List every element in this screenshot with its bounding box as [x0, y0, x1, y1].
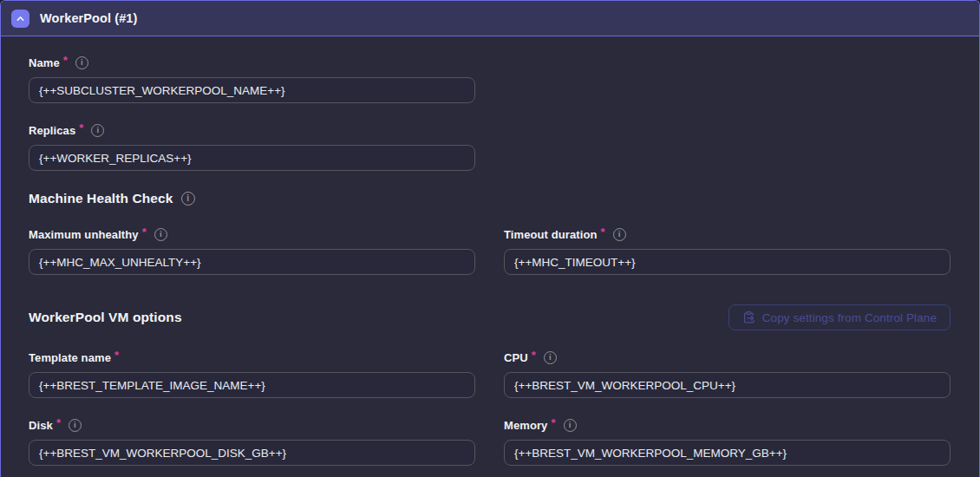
replicas-input[interactable]	[29, 145, 475, 171]
info-icon[interactable]: i	[154, 228, 167, 241]
info-icon[interactable]: i	[75, 56, 88, 69]
required-marker: *	[114, 349, 119, 362]
collapse-panel-button[interactable]	[11, 10, 29, 28]
memory-label: Memory	[504, 419, 547, 432]
field-disk: Disk * i	[29, 418, 475, 466]
info-icon[interactable]: i	[69, 419, 82, 432]
chevron-up-icon	[15, 13, 26, 24]
field-cpu: CPU * i	[504, 350, 951, 398]
timeout-duration-input[interactable]	[504, 249, 951, 275]
field-maximum-unhealthy: Maximum unhealthy * i	[29, 227, 475, 275]
required-marker: *	[56, 416, 61, 429]
field-memory: Memory * i	[504, 418, 951, 466]
memory-input[interactable]	[504, 440, 951, 466]
field-template-name: Template name *	[29, 350, 475, 398]
info-icon[interactable]: i	[544, 351, 557, 364]
required-marker: *	[551, 416, 555, 429]
field-replicas: Replicas * i	[29, 123, 475, 171]
workerpool-vm-options-heading: WorkerPool VM options	[29, 310, 182, 325]
cpu-label: CPU	[504, 351, 528, 364]
copy-settings-from-control-plane-button[interactable]: Copy settings from Control Plane	[728, 304, 951, 330]
info-icon[interactable]: i	[91, 124, 104, 137]
copy-settings-label: Copy settings from Control Plane	[762, 311, 937, 324]
disk-input[interactable]	[29, 440, 475, 466]
required-marker: *	[142, 225, 147, 238]
field-name: Name * i	[29, 56, 475, 103]
required-marker: *	[79, 121, 83, 134]
name-label: Name	[29, 56, 60, 69]
template-name-input[interactable]	[29, 372, 475, 398]
machine-health-check-heading: Machine Health Check	[29, 191, 173, 206]
name-input[interactable]	[29, 77, 475, 103]
cpu-input[interactable]	[504, 372, 951, 398]
required-marker: *	[63, 54, 68, 67]
clipboard-arrow-icon	[742, 310, 755, 324]
template-name-label: Template name	[29, 351, 111, 364]
maximum-unhealthy-label: Maximum unhealthy	[29, 228, 139, 241]
info-icon[interactable]: i	[181, 192, 195, 206]
required-marker: *	[601, 225, 605, 238]
field-timeout-duration: Timeout duration * i	[504, 227, 951, 275]
maximum-unhealthy-input[interactable]	[29, 249, 475, 275]
info-icon[interactable]: i	[613, 228, 626, 241]
required-marker: *	[532, 349, 536, 362]
panel-header: WorkerPool (#1)	[1, 1, 979, 36]
panel-body: Name * i Replicas * i Machine He	[1, 36, 979, 466]
replicas-label: Replicas	[29, 124, 75, 137]
info-icon[interactable]: i	[564, 419, 577, 432]
panel-title: WorkerPool (#1)	[40, 11, 137, 25]
workerpool-panel: WorkerPool (#1) Name * i Replicas * i	[0, 0, 980, 477]
timeout-duration-label: Timeout duration	[504, 228, 598, 241]
disk-label: Disk	[29, 419, 53, 432]
